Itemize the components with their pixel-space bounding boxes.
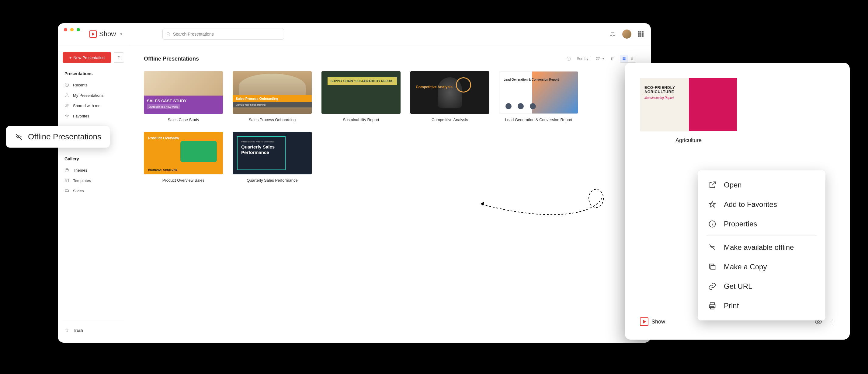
user-avatar[interactable] [622, 30, 631, 39]
popup-thumb-swatch [690, 83, 701, 93]
info-icon[interactable] [566, 56, 571, 61]
presentation-card[interactable]: Sales Process Onboarding Elevate Your Sa… [232, 71, 312, 122]
svg-line-1 [169, 34, 170, 36]
thumb-heading: Sales Process Onboarding [232, 95, 312, 102]
menu-item-properties[interactable]: Properties [698, 214, 826, 234]
sort-dropdown[interactable]: ▼ [596, 56, 604, 61]
maximize-window-button[interactable] [76, 28, 80, 31]
presentation-title: Sustainability Report [321, 117, 401, 122]
more-options-icon[interactable]: ⋮ [829, 318, 835, 325]
search-box[interactable] [162, 29, 284, 39]
presentation-card[interactable]: Competitive Analysis Competitive Analysi… [410, 71, 489, 122]
svg-point-4 [66, 104, 67, 105]
close-window-button[interactable] [64, 28, 67, 31]
popup-brand-label: Show [651, 319, 665, 325]
info-icon [708, 220, 717, 228]
sidebar-item-trash[interactable]: Trash [63, 325, 124, 335]
menu-item-label: Print [724, 301, 739, 310]
svg-point-3 [66, 94, 67, 95]
window-controls [64, 28, 80, 31]
grid-view-button[interactable] [620, 55, 628, 62]
svg-rect-15 [623, 58, 624, 59]
chevron-down-icon: ▼ [120, 32, 123, 36]
sidebar-item-label: Templates [73, 178, 91, 183]
sidebar-item-slides[interactable]: Slides [63, 185, 124, 196]
svg-point-22 [589, 189, 603, 207]
presentation-title: Competitive Analysis [410, 117, 489, 122]
presentation-card[interactable]: Product Overview HIGHEND FURNITURE Produ… [144, 132, 223, 182]
presentation-thumbnail: International, Macro-Economic Quarterly … [232, 132, 312, 174]
minimize-window-button[interactable] [70, 28, 73, 31]
search-input[interactable] [173, 32, 280, 36]
svg-point-0 [167, 32, 169, 35]
app-name: Show [99, 30, 116, 38]
svg-point-7 [65, 168, 69, 172]
gallery-section-title: Gallery [63, 156, 124, 161]
link-icon [708, 282, 717, 291]
search-icon [166, 32, 170, 36]
offline-presentations-callout[interactable]: Offline Presentations [6, 126, 110, 148]
sidebar-item-favorites[interactable]: Favorites [63, 111, 124, 121]
menu-item-url[interactable]: Get URL [698, 277, 826, 296]
menu-item-label: Properties [724, 220, 757, 228]
list-view-button[interactable] [628, 55, 636, 62]
template-icon [64, 178, 69, 183]
open-icon [708, 181, 717, 189]
svg-rect-25 [711, 265, 715, 269]
thumb-sub: Elevate Your Sales Training [232, 102, 312, 108]
sort-direction-button[interactable] [610, 57, 614, 61]
svg-rect-18 [624, 59, 626, 60]
plus-icon: + [69, 55, 72, 60]
presentation-title: Product Overview Sales [144, 178, 223, 182]
menu-item-open[interactable]: Open [698, 175, 826, 195]
sidebar-item-label: Slides [73, 189, 84, 193]
menu-item-print[interactable]: Print [698, 296, 826, 316]
app-brand-dropdown[interactable]: Show ▼ [89, 30, 123, 38]
sidebar-item-themes[interactable]: Themes [63, 165, 124, 175]
presentation-thumbnail: Competitive Analysis [410, 71, 489, 114]
presentation-title: Quarterly Sales Performance [232, 178, 312, 182]
sidebar-item-label: My Presentations [73, 93, 103, 98]
context-menu: Open Add to Favorites Properties Make av… [698, 170, 826, 320]
clock-icon [64, 83, 69, 87]
new-presentation-button[interactable]: + New Presentation [63, 52, 111, 63]
sidebar-item-recents[interactable]: Recents [63, 80, 124, 90]
presentation-card[interactable]: SALES CASE STUDYOutreach in a new world … [144, 71, 223, 122]
copy-icon [708, 263, 717, 271]
arrow-decoration [474, 189, 605, 225]
popup-brand[interactable]: Show [640, 317, 665, 326]
presentation-card[interactable]: Lead Generation & Conversion Report Lead… [499, 71, 578, 122]
svg-rect-26 [710, 303, 714, 305]
apps-grid-icon[interactable] [638, 31, 644, 37]
svg-rect-10 [65, 179, 69, 182]
menu-item-copy[interactable]: Make a Copy [698, 257, 826, 277]
sidebar-item-templates[interactable]: Templates [63, 175, 124, 185]
presentation-card[interactable]: International, Macro-Economic Quarterly … [232, 132, 312, 182]
sidebar-item-label: Trash [73, 328, 83, 333]
notifications-icon[interactable] [610, 31, 616, 37]
popup-presentation-card[interactable]: ECO-FRIENDLY AGRICULTURE Manufacturing R… [640, 78, 737, 144]
main-window: Show ▼ + New Presentation [58, 23, 651, 343]
presentation-thumbnail: SALES CASE STUDYOutreach in a new world [144, 71, 223, 114]
offline-icon [708, 243, 717, 252]
presentation-card[interactable]: SUPPLY CHAIN / SUSTAINABILITY REPORT Sus… [321, 71, 401, 122]
popup-thumb-sub: Manufacturing Report [645, 96, 684, 99]
presentation-title: Sales Process Onboarding [232, 117, 312, 122]
star-icon [64, 114, 69, 118]
thumb-heading: Quarterly Sales Performance [241, 144, 281, 155]
menu-item-offline[interactable]: Make available offline [698, 238, 826, 257]
thumb-heading: SUPPLY CHAIN / SUSTAINABILITY REPORT [328, 77, 397, 85]
svg-rect-14 [597, 59, 599, 60]
person-icon [64, 93, 69, 98]
sidebar-item-shared[interactable]: Shared with me [63, 100, 124, 111]
page-title: Offline Presentations [144, 56, 199, 62]
menu-item-add-favorites[interactable]: Add to Favorites [698, 195, 826, 214]
presentation-thumbnail: SUPPLY CHAIN / SUSTAINABILITY REPORT [321, 71, 401, 114]
upload-button[interactable] [114, 52, 124, 63]
sidebar-item-my-presentations[interactable]: My Presentations [63, 90, 124, 100]
slides-icon [64, 189, 69, 193]
presentation-thumbnail: Lead Generation & Conversion Report [499, 71, 578, 114]
thumb-heading: SALES CASE STUDY [147, 98, 220, 103]
thumb-heading: Competitive Analysis [416, 85, 453, 89]
svg-rect-16 [624, 58, 626, 59]
